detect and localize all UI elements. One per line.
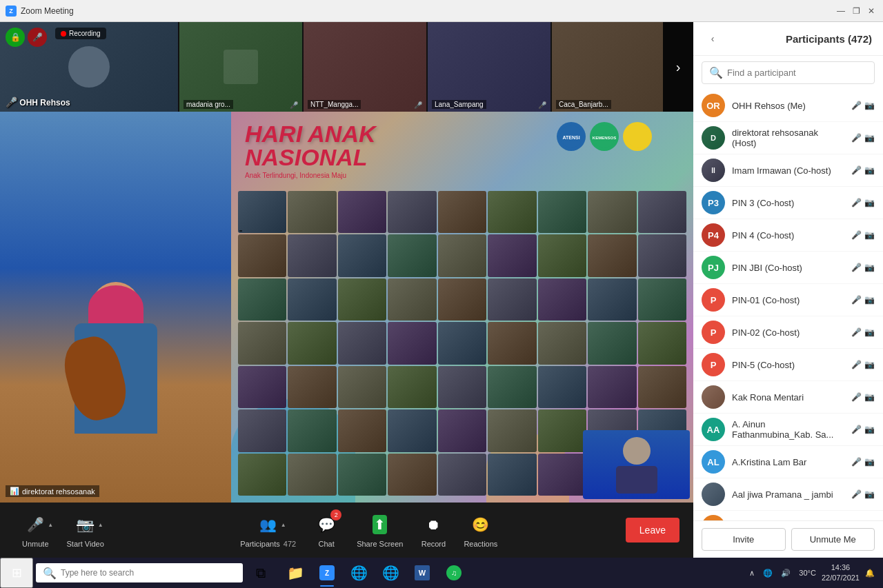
volume-icon[interactable]: 🔊: [778, 567, 793, 579]
zoom-app-button[interactable]: Z: [312, 558, 342, 588]
thumb-4[interactable]: Caca_Banjarb... 🎤: [552, 22, 663, 112]
gallery-cell[interactable]: [238, 191, 286, 233]
gallery-cell[interactable]: [388, 409, 436, 452]
gallery-cell[interactable]: [388, 322, 436, 364]
participant-item[interactable]: P PIN-02 (Co-host) 🎤 📷: [693, 316, 883, 349]
app-3-button[interactable]: 🌐: [344, 558, 374, 588]
taskbar-search-input[interactable]: [61, 568, 236, 578]
gallery-cell[interactable]: [238, 234, 286, 276]
gallery-cell[interactable]: [288, 234, 336, 276]
gallery-cell[interactable]: [488, 322, 536, 364]
gallery-cell[interactable]: [638, 191, 686, 233]
minimize-button[interactable]: —: [835, 5, 847, 17]
record-button[interactable]: ⏺ Record: [413, 508, 454, 552]
thumb-2[interactable]: NTT_Mangga... 🎤: [304, 22, 428, 112]
gallery-cell[interactable]: [288, 322, 336, 364]
thumb-1[interactable]: madania gro... 🎤: [179, 22, 304, 112]
gallery-cell[interactable]: [588, 322, 636, 364]
unmute-me-button[interactable]: Unmute Me: [791, 528, 875, 551]
gallery-cell[interactable]: [238, 322, 286, 364]
gallery-cell[interactable]: [488, 278, 536, 321]
participant-item[interactable]: AA A. Ainun Fathanmubina_Kab. Sa... 🎤 📷: [693, 414, 883, 446]
gallery-cell[interactable]: [288, 191, 336, 233]
gallery-cell[interactable]: [388, 454, 436, 496]
reactions-button[interactable]: 😊 Reactions: [455, 508, 506, 552]
share-screen-button[interactable]: ⬆ Share Screen: [348, 508, 411, 552]
gallery-cell[interactable]: [238, 409, 286, 452]
gallery-cell[interactable]: [588, 191, 636, 233]
word-button[interactable]: W: [407, 558, 437, 588]
gallery-cell[interactable]: [338, 278, 386, 321]
gallery-cell[interactable]: [488, 366, 536, 408]
participant-item[interactable]: P3 PIN 3 (Co-host) 🎤 📷: [693, 187, 883, 219]
mic-indicator[interactable]: 🎤: [28, 28, 47, 47]
gallery-cell[interactable]: [338, 191, 386, 233]
gallery-cell[interactable]: [438, 234, 486, 276]
gallery-cell[interactable]: [438, 322, 486, 364]
gallery-cell[interactable]: [338, 234, 386, 276]
participant-item[interactable]: Kak Rona Mentari 🎤 📷: [693, 381, 883, 414]
gallery-cell[interactable]: [538, 234, 586, 276]
gallery-cell[interactable]: [538, 278, 586, 321]
participant-item[interactable]: II Imam Irmawan (Co-host) 🎤 📷: [693, 154, 883, 187]
gallery-cell[interactable]: [538, 409, 586, 452]
gallery-cell[interactable]: [238, 366, 286, 408]
gallery-cell[interactable]: [438, 409, 486, 452]
close-button[interactable]: ✕: [865, 5, 877, 17]
thumb-3[interactable]: Lana_Sampang 🎤: [428, 22, 552, 112]
restore-button[interactable]: ❐: [850, 5, 862, 17]
gallery-cell[interactable]: [438, 454, 486, 496]
clock[interactable]: 14:36 22/07/2021: [822, 562, 860, 584]
gallery-cell[interactable]: [438, 191, 486, 233]
participant-search-input[interactable]: [727, 68, 867, 78]
participants-chevron-icon[interactable]: ▲: [281, 522, 286, 528]
task-view-button[interactable]: ⧉: [246, 558, 276, 588]
gallery-cell[interactable]: [638, 278, 686, 321]
gallery-cell[interactable]: [488, 454, 536, 496]
gallery-cell[interactable]: [588, 278, 636, 321]
gallery-cell[interactable]: [338, 322, 386, 364]
unmute-chevron-icon[interactable]: ▲: [48, 522, 53, 528]
gallery-cell[interactable]: [538, 191, 586, 233]
collapse-panel-button[interactable]: ‹: [704, 30, 721, 47]
gallery-cell[interactable]: [338, 409, 386, 452]
gallery-cell[interactable]: [438, 278, 486, 321]
participant-search-box[interactable]: 🔍: [702, 61, 875, 84]
participant-item[interactable]: PJ PIN JBI (Co-host) 🎤 📷: [693, 252, 883, 284]
gallery-cell[interactable]: [438, 366, 486, 408]
gallery-cell[interactable]: [288, 278, 336, 321]
gallery-cell[interactable]: [488, 191, 536, 233]
gallery-cell[interactable]: [388, 234, 436, 276]
start-video-button[interactable]: 📷 ▲ Start Video: [59, 508, 112, 552]
next-thumbnail-button[interactable]: ›: [663, 22, 693, 112]
network-icon[interactable]: 🌐: [760, 567, 775, 579]
gallery-cell[interactable]: [638, 234, 686, 276]
gallery-cell[interactable]: [538, 322, 586, 364]
gallery-cell[interactable]: [288, 366, 336, 408]
gallery-cell[interactable]: [538, 454, 586, 496]
gallery-cell[interactable]: [488, 409, 536, 452]
gallery-cell[interactable]: [238, 278, 286, 321]
security-icon[interactable]: 🔒: [6, 28, 25, 47]
participant-item[interactable]: AL A.Kristina Lam Bar 🎤 📷: [693, 446, 883, 478]
unmute-button[interactable]: 🎤 ▲ Unmute: [14, 508, 57, 552]
gallery-cell[interactable]: [638, 366, 686, 408]
tray-expand-button[interactable]: ∧: [746, 567, 757, 579]
gallery-cell[interactable]: [538, 366, 586, 408]
participant-item[interactable]: OR OHH Rehsos (Me) 🎤 📷: [693, 90, 883, 122]
gallery-cell[interactable]: [388, 278, 436, 321]
file-explorer-button[interactable]: 📁: [280, 558, 310, 588]
gallery-cell[interactable]: [588, 234, 636, 276]
participant-item[interactable]: P4 PIN 4 (Co-host) 🎤 📷: [693, 219, 883, 252]
participants-button[interactable]: 👥 ▲ Participants 472: [232, 508, 304, 552]
participant-item[interactable]: P PIN-5 (Co-host) 🎤 📷: [693, 349, 883, 381]
gallery-cell[interactable]: [338, 366, 386, 408]
gallery-cell[interactable]: [388, 191, 436, 233]
taskbar-search-box[interactable]: 🔍: [36, 563, 243, 582]
gallery-cell[interactable]: [388, 366, 436, 408]
leave-meeting-button[interactable]: Leave: [626, 518, 679, 543]
spotify-button[interactable]: ♫: [439, 558, 469, 588]
gallery-cell[interactable]: [488, 234, 536, 276]
chat-button[interactable]: 💬 2 Chat: [306, 508, 347, 552]
gallery-cell[interactable]: [638, 322, 686, 364]
